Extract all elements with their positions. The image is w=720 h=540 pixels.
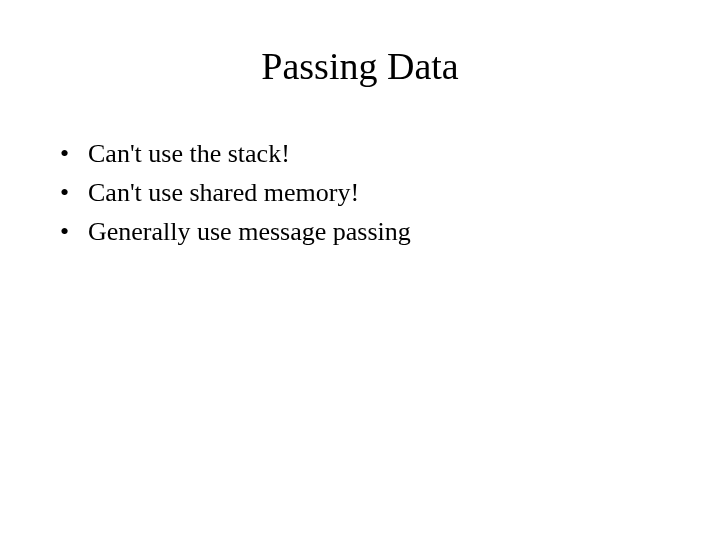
list-item: Can't use shared memory! [60, 175, 680, 210]
list-item: Generally use message passing [60, 214, 680, 249]
slide-content: Can't use the stack! Can't use shared me… [0, 136, 720, 249]
list-item: Can't use the stack! [60, 136, 680, 171]
slide-title: Passing Data [0, 44, 720, 88]
bullet-list: Can't use the stack! Can't use shared me… [60, 136, 680, 249]
slide: Passing Data Can't use the stack! Can't … [0, 0, 720, 540]
